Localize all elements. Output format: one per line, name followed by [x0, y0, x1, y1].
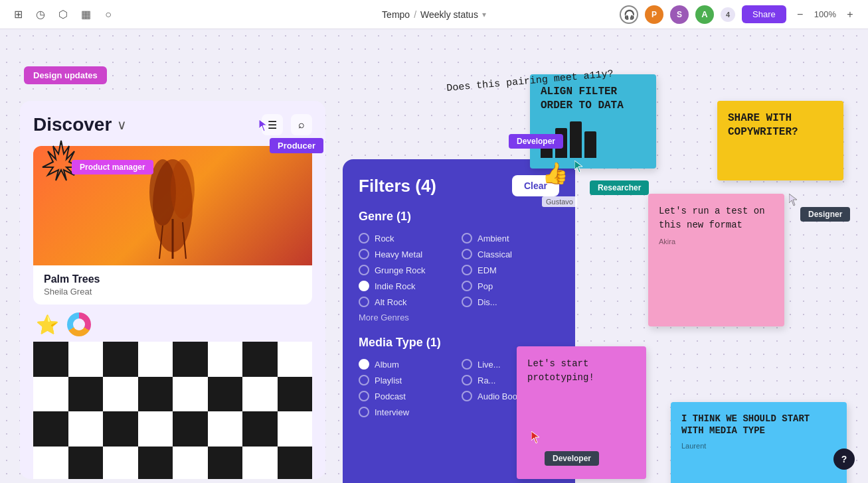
radio-ra[interactable] — [462, 375, 472, 385]
checker-cell — [242, 411, 278, 447]
bar-4 — [584, 131, 596, 158]
checker-cell — [68, 342, 104, 377]
genre-grunge[interactable]: Grunge Rock — [359, 265, 456, 275]
sticky-share-copywriter-text: SHARE WITH COPYWRITER? — [728, 111, 833, 139]
genre-classical[interactable]: Classical — [462, 249, 559, 259]
radio-live[interactable] — [462, 359, 472, 370]
extra-users-badge: 4 — [721, 7, 735, 22]
svg-marker-7 — [259, 119, 267, 131]
genre-edm[interactable]: EDM — [462, 265, 559, 275]
layout-icon[interactable]: ▦ — [78, 7, 93, 22]
zoom-out-button[interactable]: − — [793, 7, 808, 22]
sticky-media-type-author: Laurent — [681, 442, 836, 450]
avatar-user1: P — [645, 5, 663, 24]
checker-cell — [242, 342, 278, 377]
svg-point-2 — [171, 159, 195, 219]
media-playlist[interactable]: Playlist — [359, 375, 456, 385]
cursor-teal — [574, 161, 585, 174]
genre-heavy-metal[interactable]: Heavy Metal — [359, 249, 456, 259]
svg-marker-10 — [531, 431, 539, 443]
title-separator: / — [414, 9, 416, 20]
help-button[interactable]: ? — [833, 448, 855, 470]
cursor-designer — [789, 194, 800, 207]
radio-rock[interactable] — [359, 233, 369, 243]
filters-title: Filters (4) — [359, 176, 436, 196]
checker-cell — [278, 411, 313, 447]
checker-cell — [138, 377, 173, 412]
album-artist: Sheila Great — [44, 287, 302, 297]
sticky-note-share-copywriter[interactable]: SHARE WITH COPYWRITER? — [717, 101, 843, 180]
zoom-level: 100% — [814, 9, 836, 19]
svg-marker-9 — [789, 194, 797, 206]
checker-cell — [103, 342, 138, 377]
clock-icon[interactable]: ◷ — [33, 7, 48, 22]
sticky-note-media-type[interactable]: I THINK WE SHOULD START WITH MEDIA TYPE … — [671, 402, 847, 483]
checker-cell — [33, 447, 68, 480]
checker-cell — [33, 411, 68, 447]
genre-alt-rock[interactable]: Alt Rock — [359, 297, 456, 307]
gustavo-label: Gustavo — [542, 196, 577, 207]
search-icon[interactable]: ⌕ — [291, 114, 312, 135]
more-genres-link[interactable]: More Genres — [359, 312, 559, 322]
share-button[interactable]: Share — [742, 5, 786, 23]
star-icon: ⭐ — [36, 314, 59, 336]
checker-cell — [208, 447, 243, 480]
genre-options: Rock Ambient Heavy Metal Classical Grung… — [359, 233, 559, 307]
sticky-align-filter-text: ALIGN FILTER ORDER TO DATA — [541, 85, 646, 113]
design-updates-label: Design updates — [24, 66, 107, 84]
title-chevron[interactable]: ▾ — [482, 10, 486, 19]
radio-pop[interactable] — [462, 281, 472, 291]
checker-cell — [138, 411, 173, 447]
avatar-user3: A — [695, 5, 714, 24]
radio-interview[interactable] — [359, 407, 369, 417]
checker-cell — [138, 342, 173, 377]
radio-dis[interactable] — [462, 297, 472, 307]
radio-playlist[interactable] — [359, 375, 369, 385]
checker-cell — [138, 447, 173, 480]
thumbs-up-reaction: 👍 — [542, 161, 568, 186]
radio-ambient[interactable] — [462, 233, 472, 243]
checker-cell — [173, 447, 208, 480]
doc-title[interactable]: Weekly status — [420, 9, 478, 20]
headphone-icon[interactable]: 🎧 — [620, 5, 638, 24]
media-interview[interactable]: Interview — [359, 407, 456, 417]
media-album[interactable]: Album — [359, 359, 456, 370]
radio-podcast[interactable] — [359, 391, 369, 401]
radio-grunge[interactable] — [359, 265, 369, 275]
genre-indie-rock[interactable]: Indie Rock — [359, 281, 456, 291]
genre-pop[interactable]: Pop — [462, 281, 559, 291]
layers-icon[interactable]: ⬡ — [56, 7, 70, 22]
grid-icon[interactable]: ⊞ — [11, 7, 25, 22]
radio-edm[interactable] — [462, 265, 472, 275]
chat-icon[interactable]: ○ — [101, 7, 116, 22]
radio-indie-rock[interactable] — [359, 281, 369, 291]
filters-header: Filters (4) Clear — [359, 175, 559, 196]
designer-tag: Designer — [800, 207, 850, 222]
genre-ambient[interactable]: Ambient — [462, 233, 559, 243]
genre-dis[interactable]: Dis... — [462, 297, 559, 307]
radio-classical[interactable] — [462, 249, 472, 259]
zoom-in-button[interactable]: + — [843, 7, 857, 22]
discover-title: Discover — [33, 114, 112, 135]
checker-cell — [173, 377, 208, 412]
sticky-run-test-text: Let's run a test on this new format — [659, 204, 774, 232]
radio-album[interactable] — [359, 359, 369, 370]
checker-cell — [278, 342, 313, 377]
sticky-run-test-author: Akira — [659, 238, 774, 245]
developer-tag-2: Developer — [545, 451, 599, 466]
sticky-prototyping-text: Let's start prototyping! — [527, 357, 636, 385]
radio-alt-rock[interactable] — [359, 297, 369, 307]
radio-heavy-metal[interactable] — [359, 249, 369, 259]
genre-rock[interactable]: Rock — [359, 233, 456, 243]
checker-cell — [242, 377, 278, 412]
media-podcast[interactable]: Podcast — [359, 391, 456, 401]
checker-cell — [278, 377, 313, 412]
developer-tag-1: Developer — [509, 134, 563, 149]
radio-audiobook[interactable] — [462, 391, 472, 401]
sticky-note-align-filter[interactable]: ALIGN FILTER ORDER TO DATA — [530, 74, 656, 169]
checker-cell — [278, 447, 313, 480]
researcher-tag: Researcher — [590, 180, 649, 195]
sticky-note-run-test[interactable]: Let's run a test on this new format Akir… — [648, 194, 784, 326]
checker-cell — [173, 411, 208, 447]
album-info: Palm Trees Sheila Great — [33, 265, 312, 305]
